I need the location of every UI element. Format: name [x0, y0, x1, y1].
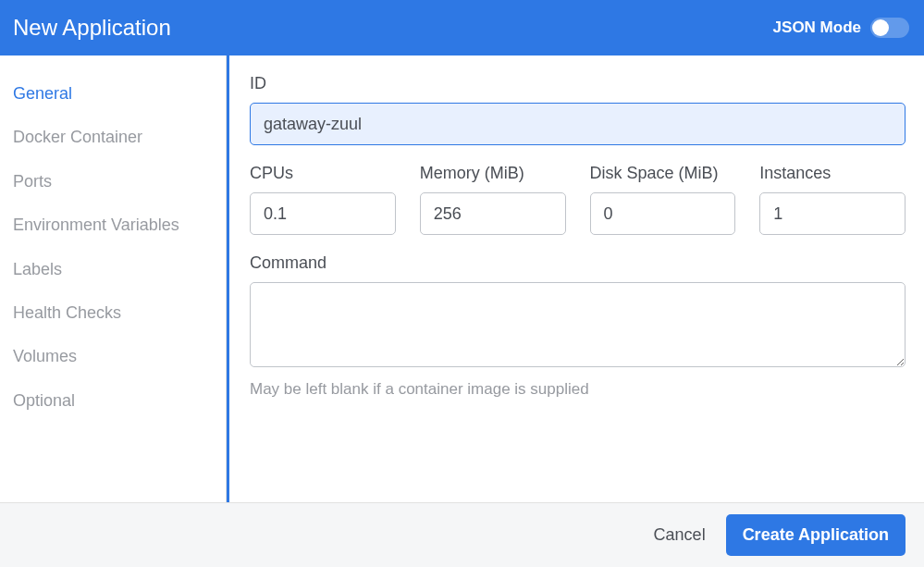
memory-input[interactable]	[420, 192, 566, 235]
body: General Docker Container Ports Environme…	[0, 55, 924, 502]
command-label: Command	[250, 253, 906, 273]
command-hint: May be left blank if a container image i…	[250, 380, 906, 399]
sidebar-item-labels[interactable]: Labels	[13, 250, 226, 290]
json-mode-toggle[interactable]	[870, 18, 909, 38]
page-title: New Application	[13, 15, 171, 41]
sidebar-item-docker-container[interactable]: Docker Container	[13, 117, 226, 157]
sidebar-item-volumes[interactable]: Volumes	[13, 337, 226, 376]
create-application-button[interactable]: Create Application	[726, 514, 906, 556]
memory-label: Memory (MiB)	[420, 164, 566, 183]
sidebar-item-general[interactable]: General	[13, 74, 226, 114]
instances-label: Instances	[759, 164, 906, 183]
disk-input[interactable]	[590, 192, 736, 235]
instances-input[interactable]	[759, 192, 906, 235]
json-mode-label: JSON Mode	[773, 18, 861, 37]
id-input[interactable]	[250, 103, 906, 145]
json-mode-control[interactable]: JSON Mode	[773, 18, 909, 38]
app-header: New Application JSON Mode	[0, 0, 924, 55]
sidebar: General Docker Container Ports Environme…	[0, 55, 227, 502]
cancel-button[interactable]: Cancel	[654, 525, 706, 545]
sidebar-item-health-checks[interactable]: Health Checks	[13, 293, 226, 333]
sidebar-item-optional[interactable]: Optional	[13, 381, 226, 421]
command-input[interactable]	[250, 282, 906, 367]
disk-label: Disk Space (MiB)	[590, 164, 736, 183]
sidebar-item-ports[interactable]: Ports	[13, 162, 226, 202]
main-panel: ID CPUs Memory (MiB) Disk Space (MiB) In	[227, 55, 924, 502]
sidebar-item-environment-variables[interactable]: Environment Variables	[13, 205, 226, 245]
id-label: ID	[250, 74, 906, 93]
cpus-label: CPUs	[250, 164, 396, 183]
cpus-input[interactable]	[250, 192, 396, 235]
footer: Cancel Create Application	[0, 502, 924, 567]
